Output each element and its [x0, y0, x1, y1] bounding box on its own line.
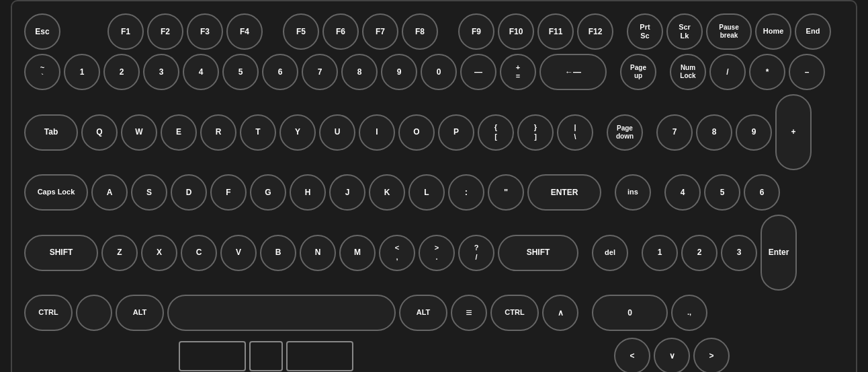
key-d[interactable]: D — [171, 174, 207, 211]
trackpad-right[interactable] — [286, 341, 353, 371]
key-w[interactable]: W — [121, 114, 157, 151]
key-a[interactable]: A — [91, 174, 128, 211]
key-j[interactable]: J — [329, 174, 365, 211]
key-tab[interactable]: Tab — [24, 114, 78, 151]
key-f9[interactable]: F9 — [458, 13, 494, 50]
key-tilde[interactable]: ~` — [24, 54, 60, 90]
key-x[interactable]: X — [141, 235, 177, 271]
key-1[interactable]: 1 — [64, 54, 100, 90]
key-rshift[interactable]: SHIFT — [498, 235, 578, 271]
key-z[interactable]: Z — [101, 235, 138, 271]
key-m[interactable]: M — [339, 235, 376, 271]
trackpad-middle[interactable] — [249, 341, 283, 371]
key-nummul[interactable]: * — [749, 54, 785, 90]
key-rctrl[interactable]: CTRL — [490, 295, 539, 331]
key-semicolon[interactable]: : — [448, 174, 484, 211]
key-n[interactable]: N — [300, 235, 336, 271]
key-y[interactable]: Y — [279, 114, 316, 151]
key-b[interactable]: B — [260, 235, 296, 271]
key-prtsc[interactable]: PrtSc — [627, 13, 663, 50]
key-v[interactable]: V — [220, 235, 257, 271]
key-num8[interactable]: 8 — [696, 114, 732, 151]
key-f8[interactable]: F8 — [402, 13, 438, 50]
key-5[interactable]: 5 — [222, 54, 259, 90]
key-home[interactable]: Home — [755, 13, 791, 50]
key-num0[interactable]: 0 — [592, 295, 668, 331]
key-pageup[interactable]: Pageup — [620, 54, 656, 90]
key-8[interactable]: 8 — [341, 54, 378, 90]
key-numdot[interactable]: ., — [671, 295, 707, 331]
key-esc[interactable]: Esc — [24, 13, 60, 50]
key-f11[interactable]: F11 — [537, 13, 574, 50]
key-r[interactable]: R — [200, 114, 236, 151]
key-lshift[interactable]: SHIFT — [24, 235, 98, 271]
key-f7[interactable]: F7 — [362, 13, 398, 50]
key-0[interactable]: 0 — [421, 54, 457, 90]
key-ralt[interactable]: ALT — [399, 295, 447, 331]
key-h[interactable]: H — [290, 174, 326, 211]
key-q[interactable]: Q — [81, 114, 118, 151]
key-f[interactable]: F — [210, 174, 247, 211]
key-ins[interactable]: ins — [615, 174, 651, 211]
key-f2[interactable]: F2 — [147, 13, 183, 50]
key-c[interactable]: C — [181, 235, 217, 271]
key-7[interactable]: 7 — [302, 54, 338, 90]
key-s[interactable]: S — [131, 174, 167, 211]
key-3[interactable]: 3 — [143, 54, 179, 90]
key-equals[interactable]: += — [500, 54, 536, 90]
key-end[interactable]: End — [795, 13, 831, 50]
key-num5[interactable]: 5 — [704, 174, 740, 211]
key-up[interactable]: ∧ — [542, 295, 578, 331]
key-f4[interactable]: F4 — [226, 13, 263, 50]
key-2[interactable]: 2 — [103, 54, 140, 90]
key-num6[interactable]: 6 — [744, 174, 780, 211]
key-l[interactable]: L — [408, 174, 445, 211]
key-pause[interactable]: Pausebreak — [706, 13, 752, 50]
key-numdiv[interactable]: / — [709, 54, 746, 90]
key-enter[interactable]: ENTER — [527, 174, 601, 211]
key-pagedown[interactable]: Pagedown — [607, 114, 643, 151]
key-i[interactable]: I — [359, 114, 395, 151]
key-f3[interactable]: F3 — [187, 13, 223, 50]
key-9[interactable]: 9 — [381, 54, 417, 90]
key-space[interactable] — [167, 295, 396, 331]
key-dash[interactable]: — — [460, 54, 496, 90]
key-lalt[interactable]: ALT — [116, 295, 164, 331]
key-del[interactable]: del — [592, 235, 628, 271]
key-p[interactable]: P — [438, 114, 474, 151]
key-slash[interactable]: ?/ — [458, 235, 494, 271]
key-num9[interactable]: 9 — [736, 114, 772, 151]
key-backslash[interactable]: |\ — [557, 114, 593, 151]
key-lbracket[interactable]: {[ — [478, 114, 514, 151]
key-down[interactable]: ∨ — [654, 338, 690, 372]
key-f10[interactable]: F10 — [498, 13, 534, 50]
key-4[interactable]: 4 — [183, 54, 219, 90]
key-6[interactable]: 6 — [262, 54, 298, 90]
key-t[interactable]: T — [240, 114, 276, 151]
key-f6[interactable]: F6 — [322, 13, 359, 50]
key-f1[interactable]: F1 — [107, 13, 144, 50]
key-numplus[interactable]: + — [775, 94, 812, 170]
key-rbracket[interactable]: }] — [517, 114, 554, 151]
key-o[interactable]: O — [398, 114, 435, 151]
key-left[interactable]: < — [614, 338, 650, 372]
key-lctrl[interactable]: CTRL — [24, 295, 73, 331]
key-capslock[interactable]: Caps Lock — [24, 174, 88, 211]
key-numlock[interactable]: NumLock — [670, 54, 706, 90]
key-f5[interactable]: F5 — [283, 13, 319, 50]
key-right[interactable]: > — [693, 338, 730, 372]
key-quote[interactable]: " — [488, 174, 524, 211]
key-num1[interactable]: 1 — [642, 235, 678, 271]
key-u[interactable]: U — [319, 114, 355, 151]
key-menu[interactable]: ≡ — [451, 295, 487, 331]
key-k[interactable]: K — [369, 174, 405, 211]
key-num4[interactable]: 4 — [664, 174, 701, 211]
key-scrlk[interactable]: ScrLk — [666, 13, 703, 50]
trackpad-left[interactable] — [179, 341, 246, 371]
key-g[interactable]: G — [250, 174, 286, 211]
key-num7[interactable]: 7 — [656, 114, 693, 151]
key-num3[interactable]: 3 — [721, 235, 757, 271]
key-numenter[interactable]: Enter — [761, 215, 797, 291]
key-lwin[interactable] — [76, 295, 112, 331]
key-period[interactable]: >. — [419, 235, 455, 271]
